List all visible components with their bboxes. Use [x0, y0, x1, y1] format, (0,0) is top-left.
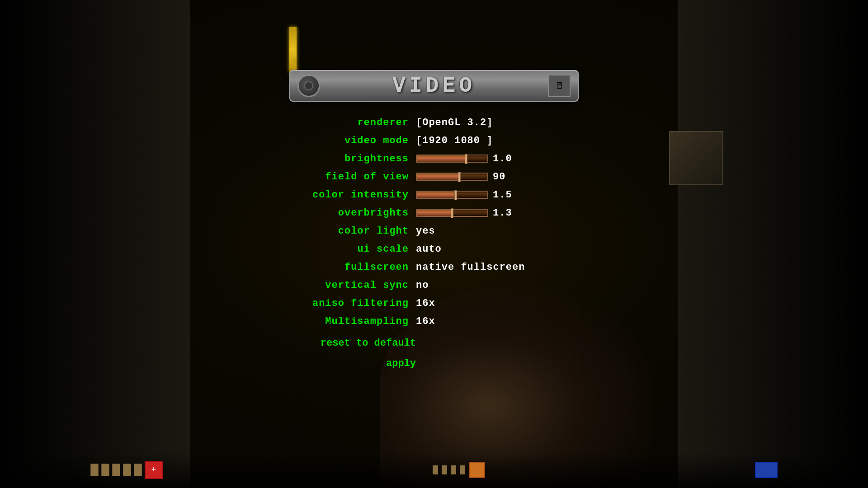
setting-row-color_light[interactable]: color lightyes: [289, 224, 579, 238]
setting-row-field_of_view[interactable]: field of view90: [289, 169, 579, 184]
corridor-left: [0, 0, 190, 488]
setting-value-area-color_intensity[interactable]: 1.5: [416, 189, 512, 201]
setting-value-area-field_of_view[interactable]: 90: [416, 171, 505, 183]
ammo-block-2: [101, 464, 109, 476]
ammo-block-1: [90, 464, 99, 476]
setting-label-fullscreen: fullscreen: [289, 262, 416, 273]
setting-value-area-video_mode[interactable]: [1920 1080 ]: [416, 135, 493, 146]
setting-value-ui_scale: auto: [416, 244, 442, 255]
center-ammo-3: [451, 465, 456, 474]
setting-value-brightness: 1.0: [493, 153, 512, 164]
setting-label-color_light: color light: [289, 225, 416, 237]
title-icon-left: [297, 75, 320, 97]
setting-label-aniso_filtering: aniso filtering: [289, 298, 416, 309]
health-icon: +: [145, 461, 163, 479]
setting-value-area-color_light[interactable]: yes: [416, 225, 435, 237]
menu-panel: VIDEO 🖥 renderer[OpenGL 3.2]video mode[1…: [289, 70, 579, 369]
ammo-block-4: [123, 464, 131, 476]
setting-label-overbrights: overbrights: [289, 207, 416, 219]
setting-value-color_light: yes: [416, 225, 435, 237]
pickup-icon: [469, 462, 485, 478]
setting-row-color_intensity[interactable]: color intensity1.5: [289, 188, 579, 202]
title-bar: VIDEO 🖥: [289, 70, 579, 102]
slider-track-brightness[interactable]: [416, 155, 488, 163]
action-row-reset: reset to default: [289, 338, 579, 349]
center-ammo-2: [442, 465, 447, 474]
menu-title: VIDEO: [392, 74, 476, 98]
hud-ammo-left: +: [90, 461, 163, 479]
center-ammo-1: [433, 465, 438, 474]
setting-row-fullscreen[interactable]: fullscreennative fullscreen: [289, 260, 579, 274]
reset-button[interactable]: reset to default: [289, 338, 416, 349]
setting-value-renderer: [OpenGL 3.2]: [416, 117, 493, 128]
center-ammo-4: [460, 465, 465, 474]
setting-row-overbrights[interactable]: overbrights1.3: [289, 206, 579, 220]
setting-row-renderer[interactable]: renderer[OpenGL 3.2]: [289, 115, 579, 130]
slider-track-color_intensity[interactable]: [416, 191, 488, 199]
setting-row-ui_scale[interactable]: ui scaleauto: [289, 242, 579, 256]
setting-row-vertical_sync[interactable]: vertical syncno: [289, 278, 579, 292]
setting-value-area-vertical_sync[interactable]: no: [416, 280, 429, 291]
setting-row-aniso_filtering[interactable]: aniso filtering16x: [289, 296, 579, 310]
setting-label-multisampling: Multisampling: [289, 316, 416, 327]
setting-value-overbrights: 1.3: [493, 207, 512, 219]
setting-row-multisampling[interactable]: Multisampling16x: [289, 314, 579, 328]
setting-value-area-overbrights[interactable]: 1.3: [416, 207, 512, 219]
setting-value-area-fullscreen[interactable]: native fullscreen: [416, 262, 525, 273]
display-icon: 🖥: [555, 80, 564, 91]
setting-value-area-brightness[interactable]: 1.0: [416, 153, 512, 164]
apply-button[interactable]: apply: [289, 358, 416, 369]
action-row-apply: apply: [289, 358, 579, 369]
corridor-right: [678, 0, 868, 488]
hud-bar: +: [0, 452, 868, 488]
setting-value-aniso_filtering: 16x: [416, 298, 435, 309]
setting-value-area-multisampling[interactable]: 16x: [416, 316, 435, 327]
setting-value-video_mode: [1920 1080 ]: [416, 135, 493, 146]
setting-label-video_mode: video mode: [289, 135, 416, 146]
setting-value-field_of_view: 90: [493, 171, 505, 183]
setting-value-multisampling: 16x: [416, 316, 435, 327]
slider-track-field_of_view[interactable]: [416, 173, 488, 181]
setting-value-area-renderer[interactable]: [OpenGL 3.2]: [416, 117, 493, 128]
setting-label-vertical_sync: vertical sync: [289, 280, 416, 291]
setting-label-color_intensity: color intensity: [289, 189, 416, 201]
setting-value-area-ui_scale[interactable]: auto: [416, 244, 442, 255]
setting-row-brightness[interactable]: brightness1.0: [289, 151, 579, 166]
hud-center: [433, 462, 485, 478]
slider-track-overbrights[interactable]: [416, 209, 488, 217]
setting-value-area-aniso_filtering[interactable]: 16x: [416, 298, 435, 309]
setting-value-fullscreen: native fullscreen: [416, 262, 525, 273]
setting-row-video_mode[interactable]: video mode[1920 1080 ]: [289, 133, 579, 148]
title-icon-right: 🖥: [548, 75, 571, 97]
setting-value-vertical_sync: no: [416, 280, 429, 291]
ammo-block-3: [112, 464, 120, 476]
setting-label-field_of_view: field of view: [289, 171, 416, 183]
setting-label-ui_scale: ui scale: [289, 244, 416, 255]
map-icon: [755, 462, 778, 478]
environment-decoration: [669, 131, 723, 185]
ammo-block-5: [134, 464, 142, 476]
settings-list: renderer[OpenGL 3.2]video mode[1920 1080…: [289, 115, 579, 328]
setting-value-color_intensity: 1.5: [493, 189, 512, 201]
setting-label-renderer: renderer: [289, 117, 416, 128]
setting-label-brightness: brightness: [289, 153, 416, 164]
